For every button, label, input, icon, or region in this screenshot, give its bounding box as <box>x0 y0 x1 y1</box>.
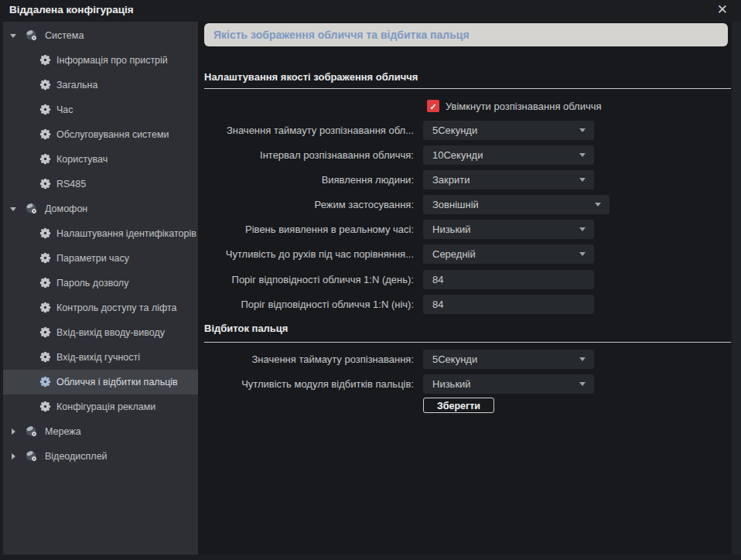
face-section-heading: Налаштування якості зображення обличчя <box>204 71 418 83</box>
face-timeout-select[interactable]: 5Секунди <box>423 121 594 140</box>
face-match-threshold-night-input[interactable] <box>423 295 594 314</box>
tree-expanded-icon[interactable] <box>10 34 16 38</box>
gear-icon <box>39 54 51 66</box>
category-sphere-icon <box>26 203 38 215</box>
gear-icon <box>39 79 51 90</box>
enable-face-label: Увімкнути розпізнавання обличчя <box>446 101 602 112</box>
live-detection-level-select[interactable]: Низький <box>423 220 594 239</box>
gear-icon <box>39 401 51 412</box>
form-row: Поріг відповідності обличчя 1:N (ніч): <box>198 295 741 314</box>
field-label: Значення таймауту розпізнавання обл... <box>204 121 414 140</box>
field-label: Виявлення людини: <box>204 170 414 190</box>
content-panel: Якість зображення обличчя та відбитка па… <box>198 22 741 555</box>
chevron-down-icon <box>579 357 586 361</box>
sidebar-item-video-display[interactable]: Відеодисплей <box>3 444 198 469</box>
sidebar-item-time-parameters[interactable]: Параметри часу <box>3 246 198 271</box>
window-title: Віддалена конфігурація <box>9 4 134 15</box>
field-label: Значення таймауту розпізнавання: <box>204 350 414 369</box>
face-match-threshold-day-input[interactable] <box>423 270 594 289</box>
chevron-down-icon <box>579 227 586 231</box>
fp-sensitivity-select[interactable]: Низький <box>423 374 594 394</box>
titlebar: Віддалена конфігурація ✕ <box>0 0 741 22</box>
gear-icon <box>39 178 51 190</box>
form-row: Виявлення людини: Закрити <box>198 170 741 190</box>
chevron-down-icon <box>595 203 601 207</box>
chevron-down-icon <box>579 252 586 256</box>
gear-icon <box>39 104 51 115</box>
gear-icon <box>39 376 51 388</box>
form-row: Чутливість до рухів під час порівняння..… <box>198 244 741 264</box>
human-detection-select[interactable]: Закрити <box>423 170 594 190</box>
section-divider <box>204 88 731 89</box>
sidebar-item-device-info[interactable]: Інформація про пристрій <box>3 48 198 73</box>
category-sphere-icon <box>26 29 38 42</box>
chevron-down-icon <box>579 382 586 386</box>
form-row: Рівень виявлення в реальному часі: Низьк… <box>198 220 741 239</box>
sidebar-item-system-maintenance[interactable]: Обслуговування системи <box>3 122 198 147</box>
fp-timeout-select[interactable]: 5Секунди <box>423 350 594 369</box>
sidebar-tree: Система Інформація про пристрій Загальна… <box>3 22 198 555</box>
field-label: Інтервал розпізнавання обличчя: <box>204 145 414 165</box>
sidebar-item-ad-configuration[interactable]: Конфігурація реклами <box>3 394 198 419</box>
form-row: Значення таймауту розпізнавання: 5Секунд… <box>198 350 741 369</box>
category-sphere-icon <box>26 425 38 438</box>
form-row: Значення таймауту розпізнавання обл... 5… <box>198 121 741 140</box>
field-label: Поріг відповідності обличчя 1:N (день): <box>204 270 414 289</box>
sidebar-item-io-input-output[interactable]: Вхід-вихід вводу-виводу <box>3 320 198 345</box>
field-label: Поріг відповідності обличчя 1:N (ніч): <box>204 295 414 314</box>
sidebar-item-access-elevator-control[interactable]: Контроль доступу та ліфта <box>3 295 198 320</box>
field-label: Рівень виявлення в реальному часі: <box>204 220 414 239</box>
field-label: Чутливість модуля відбитків пальців: <box>204 374 414 394</box>
sidebar-item-volume-io[interactable]: Вхід-вихід гучності <box>3 345 198 370</box>
enable-face-checkbox[interactable]: ✓ <box>427 100 439 112</box>
gear-icon <box>39 227 51 239</box>
gear-icon <box>39 351 51 363</box>
gear-icon <box>39 153 51 165</box>
category-sphere-icon <box>26 450 38 463</box>
gear-icon <box>39 326 51 338</box>
sidebar-item-network[interactable]: Мережа <box>3 419 198 444</box>
sidebar-item-user[interactable]: Користувач <box>3 147 198 172</box>
gear-icon <box>39 252 51 264</box>
gear-icon <box>39 302 51 313</box>
form-row: Режим застосування: Зовнішній <box>198 195 741 214</box>
close-icon[interactable]: ✕ <box>717 2 728 19</box>
form-row: Інтервал розпізнавання обличчя: 10Секунд… <box>198 145 741 165</box>
chevron-down-icon <box>579 178 586 182</box>
check-icon: ✓ <box>429 102 436 111</box>
sidebar-item-system[interactable]: Система <box>3 23 198 48</box>
field-label: Чутливість до рухів під час порівняння..… <box>204 244 414 264</box>
sidebar-item-permission-password[interactable]: Пароль дозволу <box>3 271 198 295</box>
sidebar-item-intercom[interactable]: Домофон <box>3 196 198 221</box>
motion-sensitivity-select[interactable]: Середній <box>423 244 594 264</box>
sidebar-item-time[interactable]: Час <box>3 97 198 122</box>
form-row: Поріг відповідності обличчя 1:N (день): <box>198 270 741 289</box>
page-title: Якість зображення обличчя та відбитка па… <box>204 23 728 46</box>
chevron-down-icon <box>579 153 586 157</box>
application-mode-select[interactable]: Зовнішній <box>423 195 610 214</box>
field-label: Режим застосування: <box>204 195 414 214</box>
sidebar-item-face-fingerprint[interactable]: Обличчя і відбитки пальців <box>3 370 198 394</box>
tree-collapsed-icon[interactable] <box>12 429 15 435</box>
chevron-down-icon <box>579 128 586 132</box>
remote-config-window: Віддалена конфігурація ✕ Система Інформа… <box>0 0 741 560</box>
form-row: Чутливість модуля відбитків пальців: Низ… <box>198 374 741 394</box>
sidebar-item-general[interactable]: Загальна <box>3 73 198 97</box>
sidebar-item-rs485[interactable]: RS485 <box>3 172 198 196</box>
face-interval-select[interactable]: 10Секунди <box>423 145 594 165</box>
tree-collapsed-icon[interactable] <box>12 453 15 459</box>
tree-expanded-icon[interactable] <box>10 207 16 211</box>
section-divider <box>204 342 731 343</box>
sidebar-item-id-settings[interactable]: Налаштування ідентифікаторів <box>3 221 198 246</box>
fingerprint-section-heading: Відбиток пальця <box>204 323 288 334</box>
save-button[interactable]: Зберегти <box>423 398 494 413</box>
gear-icon <box>39 277 51 289</box>
gear-icon <box>39 128 51 140</box>
